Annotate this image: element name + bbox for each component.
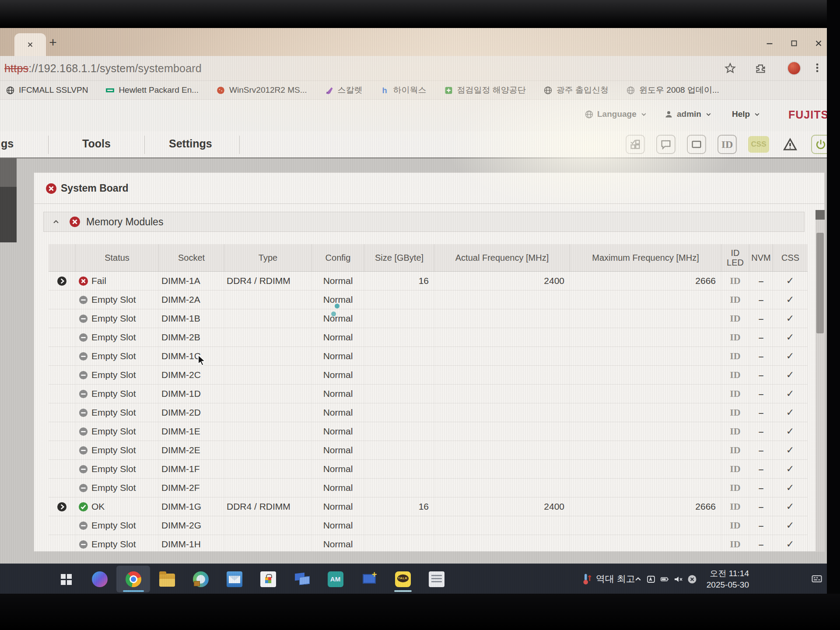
component-status-button[interactable]: [626, 135, 645, 154]
cell-socket: DIMM-2G: [159, 516, 224, 535]
cell-expand: [49, 422, 76, 441]
identify-led-button[interactable]: ID: [718, 135, 737, 154]
cell-status: OK: [76, 497, 159, 516]
browser-tab[interactable]: [14, 33, 46, 56]
system-warning-indicator[interactable]: [780, 135, 800, 154]
url-text[interactable]: https://192.168.1.1/system/systemboard: [4, 62, 202, 75]
id-led-button[interactable]: ID: [730, 388, 740, 399]
expand-row-icon[interactable]: [57, 276, 67, 286]
cell-id: ID: [721, 290, 749, 309]
greenplus-icon: [444, 86, 453, 95]
cell-css: ✓: [773, 272, 808, 290]
table-row[interactable]: OKDIMM-1GDDR4 / RDIMMNormal1624002666ID–…: [49, 497, 808, 516]
window-maximize-button[interactable]: [789, 38, 799, 48]
nav-item-settings[interactable]: Settings: [169, 137, 212, 150]
status-empty-icon: [78, 483, 88, 493]
collapse-chevron-icon[interactable]: [52, 217, 60, 226]
nav-item-tools[interactable]: Tools: [82, 137, 111, 150]
cell-type: [224, 328, 312, 346]
id-led-button[interactable]: ID: [730, 407, 740, 418]
css-indicator[interactable]: CSS: [748, 136, 769, 153]
id-led-button[interactable]: ID: [730, 539, 740, 550]
id-led-button[interactable]: ID: [730, 275, 740, 287]
bookmark-item[interactable]: 스칼렛: [325, 84, 363, 96]
bookmark-item[interactable]: 윈도우 2008 업데이...: [626, 84, 719, 96]
id-led-button[interactable]: ID: [730, 444, 740, 456]
tray-expand-caret-icon[interactable]: [634, 574, 643, 584]
section-title: Memory Modules: [86, 216, 163, 228]
cell-id: ID: [721, 535, 749, 552]
id-led-button[interactable]: ID: [730, 463, 740, 475]
nvm-value: –: [759, 388, 764, 399]
user-menu[interactable]: admin: [664, 109, 712, 119]
weather-headline[interactable]: 역대 최고: [596, 573, 635, 585]
help-menu[interactable]: Help: [732, 109, 761, 119]
id-led-button[interactable]: ID: [730, 426, 740, 437]
action-center-icon[interactable]: [810, 573, 823, 585]
id-led-button[interactable]: ID: [730, 482, 740, 494]
cell-status: Empty Slot: [76, 328, 159, 346]
bookmark-item[interactable]: h하이웍스: [380, 84, 427, 96]
scrollbar-arrow[interactable]: [816, 210, 825, 220]
cell-id: ID: [721, 460, 749, 478]
table-row[interactable]: FailDIMM-1ADDR4 / RDIMMNormal1624002666I…: [49, 272, 808, 290]
status-empty-icon: [78, 332, 88, 343]
bookmark-item[interactable]: WinSrv2012R2 MS...: [216, 85, 307, 95]
status-text: Empty Slot: [91, 388, 136, 399]
cell-expand: [49, 479, 76, 497]
cell-type: [224, 309, 312, 328]
nvm-value: –: [759, 464, 764, 474]
window-close-button[interactable]: [814, 38, 823, 48]
id-led-button[interactable]: ID: [730, 332, 740, 343]
blueh-icon: h: [380, 86, 389, 95]
nav-item-logs-cut[interactable]: gs: [1, 137, 14, 150]
cell-status: Empty Slot: [76, 385, 159, 403]
cell-size: [364, 290, 434, 309]
nvm-value: –: [759, 445, 764, 455]
notification-close-icon[interactable]: [687, 574, 697, 584]
extensions-icon[interactable]: [755, 63, 766, 74]
power-button[interactable]: [811, 135, 827, 154]
id-led-button[interactable]: ID: [730, 294, 740, 305]
taskbar-clock[interactable]: 오전 11:142025-05-30: [700, 568, 749, 591]
new-tab-button[interactable]: +: [46, 35, 60, 50]
cell-config: Normal: [312, 328, 364, 346]
id-led-button[interactable]: ID: [730, 313, 740, 324]
temperature-icon[interactable]: [580, 572, 593, 586]
cell-socket: DIMM-1A: [159, 272, 224, 290]
window-minimize-button[interactable]: [765, 38, 774, 48]
cell-nvm: –: [749, 460, 773, 478]
scrollbar-thumb[interactable]: [816, 233, 824, 333]
tab-close-icon[interactable]: [26, 41, 34, 49]
bookmark-item[interactable]: 광주 출입신청: [543, 84, 609, 96]
table-row: Empty SlotDIMM-2FNormalID–✓: [49, 479, 808, 497]
browser-address-bar[interactable]: https://192.168.1.1/system/systemboard: [0, 56, 827, 81]
warning-triangle-icon: [782, 136, 798, 152]
id-led-button[interactable]: ID: [730, 501, 740, 512]
bookmark-item[interactable]: 점검일정 해양공단: [444, 84, 526, 96]
laptop-bezel-right: [827, 0, 840, 630]
ime-icon[interactable]: [646, 574, 656, 584]
id-led-button[interactable]: ID: [730, 350, 740, 362]
windows-taskbar: AM 역대 최고 오전 11:142025-05-30: [0, 564, 827, 594]
cell-size: 16: [364, 497, 434, 516]
browser-menu-icon[interactable]: [812, 62, 823, 74]
volume-muted-icon[interactable]: [673, 574, 683, 584]
bookmark-item[interactable]: Hewlett Packard En...: [105, 85, 199, 95]
language-menu[interactable]: Language: [584, 109, 648, 119]
id-led-button[interactable]: ID: [730, 369, 740, 381]
cell-css: ✓: [773, 497, 808, 516]
browser-profile-avatar[interactable]: [787, 61, 801, 75]
cell-expand: [49, 290, 76, 309]
bookmark-item[interactable]: IFCMALL SSLVPN: [6, 85, 88, 95]
bookmark-star-icon[interactable]: [724, 62, 736, 74]
scrollbar[interactable]: [816, 210, 825, 552]
cell-socket: DIMM-2E: [159, 441, 224, 459]
memory-modules-section-header[interactable]: Memory Modules: [43, 212, 805, 232]
console-chat-button[interactable]: [656, 135, 676, 154]
video-redirection-button[interactable]: [687, 135, 706, 154]
id-led-button[interactable]: ID: [730, 520, 740, 531]
cell-config: Normal: [312, 535, 364, 552]
battery-icon[interactable]: [659, 574, 670, 584]
expand-row-icon[interactable]: [57, 502, 67, 512]
